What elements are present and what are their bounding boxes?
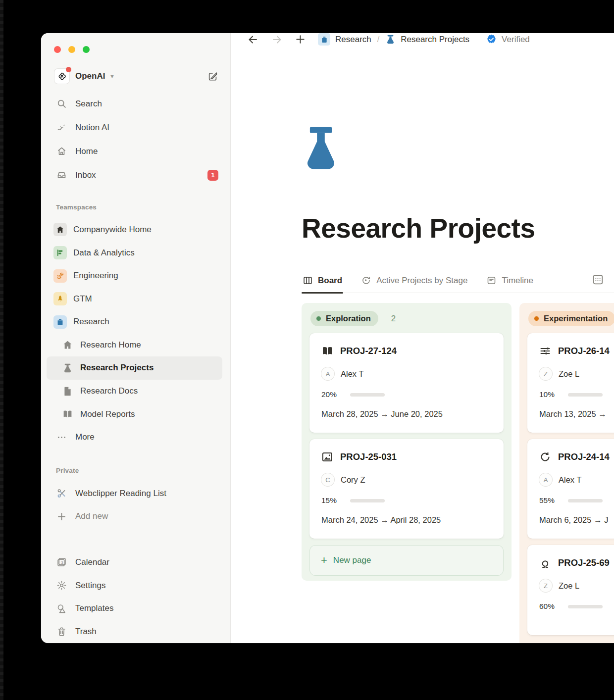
- sidebar-item-engineering[interactable]: Engineering: [47, 264, 222, 288]
- sidebar-item-gtm[interactable]: GTM: [47, 287, 222, 310]
- minimize-window-button[interactable]: [68, 46, 75, 53]
- kanban-board: Exploration 2 PROJ-27-124 A: [302, 303, 614, 643]
- sliders-icon: [539, 345, 551, 357]
- image-icon: [321, 451, 333, 463]
- avatar: Z: [539, 579, 552, 592]
- date-range: March 24, 2025 → April 28, 2025: [321, 515, 492, 525]
- assignee-name: Zoe L: [559, 581, 579, 591]
- workspace-switcher[interactable]: OpenAI ▼: [51, 66, 222, 87]
- sidebar-item-research[interactable]: Research: [47, 310, 222, 334]
- more-label: More: [75, 432, 95, 442]
- private-section-header: Private: [56, 462, 222, 480]
- compose-icon[interactable]: [207, 71, 218, 82]
- gears-icon: [53, 269, 67, 283]
- tab-timeline[interactable]: Timeline: [485, 275, 534, 293]
- sidebar-item-research-projects[interactable]: Research Projects: [47, 356, 222, 380]
- topbar: Research / Research Projects Verified: [231, 33, 614, 46]
- window-controls: [54, 46, 230, 53]
- sidebar-item-companywide-home[interactable]: Companywide Home: [47, 218, 222, 242]
- webclipper-label: Webclipper Reading List: [75, 489, 166, 499]
- project-card[interactable]: PROJ-25-031 C Cory Z 15% March 24, 2025 …: [309, 439, 504, 539]
- notion-window: OpenAI ▼ Search Notion AI: [41, 33, 614, 643]
- date-range: March 13, 2025 →: [539, 409, 614, 419]
- sidebar-item-calendar[interactable]: 3 Calendar: [47, 551, 222, 574]
- sidebar-item-templates[interactable]: Templates: [47, 597, 222, 620]
- ellipsis-icon: [56, 432, 67, 443]
- card-title: PROJ-26-14: [558, 346, 610, 356]
- sidebar-item-model-reports[interactable]: Model Reports: [47, 402, 222, 426]
- tab-board[interactable]: Board: [302, 275, 343, 293]
- assignee-name: Alex T: [341, 369, 363, 379]
- sidebar-item-add-new[interactable]: Add new: [47, 505, 222, 528]
- tab-active-projects-label: Active Projects by Stage: [376, 276, 467, 286]
- avatar: Z: [539, 367, 552, 380]
- avatar: A: [539, 473, 552, 486]
- openai-logo-icon: [54, 69, 69, 84]
- progress-bar: [568, 393, 603, 397]
- page-flask-icon[interactable]: [302, 125, 340, 171]
- main-content: Research / Research Projects Verified: [231, 33, 614, 643]
- back-arrow-icon[interactable]: [247, 34, 259, 46]
- exploration-status-pill[interactable]: Exploration: [310, 311, 378, 326]
- gtm-label: GTM: [73, 294, 92, 304]
- progress-bar: [350, 499, 385, 502]
- project-card[interactable]: PROJ-27-124 A Alex T 20% March 28, 2025 …: [309, 333, 504, 433]
- project-card[interactable]: PROJ-25-69 Z Zoe L 60%: [527, 545, 614, 635]
- sidebar: OpenAI ▼ Search Notion AI: [41, 33, 231, 643]
- date-range: March 28, 2025 → June 20, 2025: [321, 409, 492, 419]
- progress-bar: [568, 605, 603, 608]
- sidebar-item-search[interactable]: Search: [47, 92, 222, 116]
- cycle-status-icon: [361, 275, 371, 286]
- sidebar-item-settings[interactable]: Settings: [47, 574, 222, 597]
- gear-icon: [56, 580, 67, 591]
- column-experimentation: Experimentation PROJ-26-14 Z Zoe L: [519, 303, 614, 643]
- close-window-button[interactable]: [54, 46, 61, 53]
- card-title: PROJ-27-124: [340, 346, 397, 356]
- assignee-name: Zoe L: [559, 369, 579, 379]
- add-new-label: Add new: [75, 511, 108, 521]
- plus-icon: [56, 511, 67, 522]
- home-icon: [56, 146, 67, 157]
- breadcrumb-current[interactable]: Research Projects: [401, 35, 469, 45]
- rocket-icon: [53, 292, 67, 305]
- flask-icon: [62, 362, 73, 373]
- breadcrumb-parent[interactable]: Research: [335, 35, 371, 45]
- page-title[interactable]: Research Projects: [302, 212, 614, 245]
- card-title: PROJ-25-69: [558, 557, 610, 568]
- new-page-plus-icon[interactable]: [295, 34, 306, 45]
- notification-dot: [66, 67, 71, 72]
- shapes-icon: [56, 603, 67, 614]
- calendar-view-icon[interactable]: [592, 273, 604, 293]
- card-title: PROJ-25-031: [340, 451, 397, 462]
- svg-text:3: 3: [61, 561, 63, 565]
- verified-label: Verified: [502, 35, 530, 45]
- breadcrumb-separator: /: [377, 35, 379, 44]
- home-label: Home: [75, 147, 98, 156]
- clipboard-icon: [53, 315, 67, 329]
- sidebar-item-data-analytics[interactable]: Data & Analytics: [47, 241, 222, 264]
- bar-chart-icon: [53, 246, 67, 259]
- engineering-label: Engineering: [73, 271, 118, 281]
- sidebar-item-home[interactable]: Home: [47, 140, 222, 163]
- tab-active-projects-by-stage[interactable]: Active Projects by Stage: [360, 275, 468, 293]
- new-page-button[interactable]: + New page: [309, 545, 504, 576]
- sidebar-item-research-home[interactable]: Research Home: [47, 334, 222, 357]
- board-view-icon: [303, 275, 313, 286]
- chevron-down-icon: ▼: [109, 73, 115, 80]
- project-card[interactable]: PROJ-24-14 A Alex T 55% March 6, 2025 → …: [527, 439, 614, 539]
- avatar: C: [321, 473, 334, 486]
- sidebar-item-inbox[interactable]: Inbox 1: [47, 163, 222, 187]
- sidebar-item-webclipper[interactable]: Webclipper Reading List: [47, 482, 222, 505]
- sidebar-item-notion-ai[interactable]: Notion AI: [47, 116, 222, 140]
- sidebar-item-more[interactable]: More: [47, 426, 222, 449]
- zoom-window-button[interactable]: [83, 46, 90, 53]
- column-count: 2: [391, 314, 396, 324]
- verified-badge[interactable]: Verified: [486, 34, 530, 45]
- experimentation-status-pill[interactable]: Experimentation: [528, 311, 614, 326]
- teamspaces-section-header: Teamspaces: [56, 198, 222, 216]
- project-card[interactable]: PROJ-26-14 Z Zoe L 10% March 13, 2025 →: [527, 333, 614, 433]
- forward-arrow-icon[interactable]: [271, 34, 283, 46]
- calendar-label: Calendar: [75, 557, 109, 567]
- sidebar-item-research-docs[interactable]: Research Docs: [47, 380, 222, 403]
- sidebar-item-trash[interactable]: Trash: [47, 620, 222, 643]
